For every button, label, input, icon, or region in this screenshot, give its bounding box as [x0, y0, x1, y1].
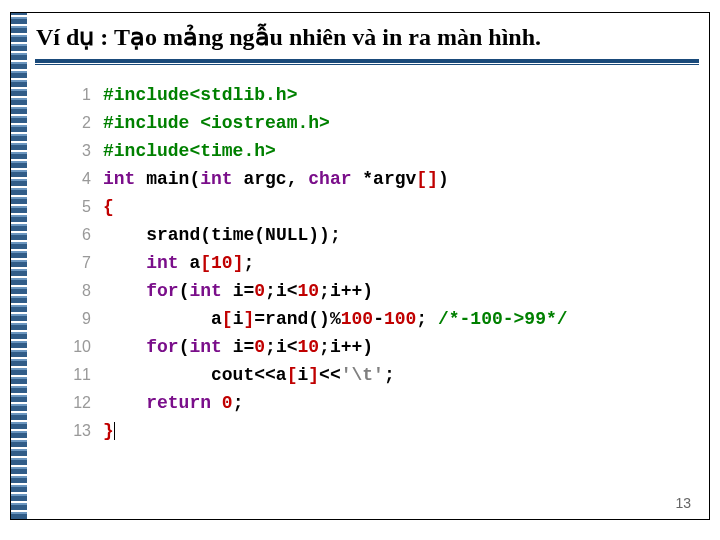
- code-line: 8 for(int i=0;i<10;i++): [51, 277, 689, 305]
- code-line: 11 cout<<a[i]<<'\t';: [51, 361, 689, 389]
- slide-border: Ví dụ : Tạo mảng ngẫu nhiên và in ra màn…: [10, 12, 710, 520]
- line-number: 13: [51, 417, 103, 445]
- line-number: 8: [51, 277, 103, 305]
- code-line: 7 int a[10];: [51, 249, 689, 277]
- line-number: 10: [51, 333, 103, 361]
- line-number: 4: [51, 165, 103, 193]
- line-number: 11: [51, 361, 103, 389]
- line-number: 1: [51, 81, 103, 109]
- line-content: return 0;: [103, 389, 243, 417]
- text-cursor: [114, 422, 116, 440]
- page-number: 13: [675, 495, 691, 511]
- left-stripe-decoration: [11, 13, 27, 519]
- code-line: 5{: [51, 193, 689, 221]
- code-line: 10 for(int i=0;i<10;i++): [51, 333, 689, 361]
- code-line: 12 return 0;: [51, 389, 689, 417]
- line-number: 12: [51, 389, 103, 417]
- line-number: 9: [51, 305, 103, 333]
- line-number: 3: [51, 137, 103, 165]
- code-line: 9 a[i]=rand()%100-100; /*-100->99*/: [51, 305, 689, 333]
- code-line: 13}: [51, 417, 689, 445]
- slide-title: Ví dụ : Tạo mảng ngẫu nhiên và in ra màn…: [36, 23, 541, 51]
- code-line: 1#include<stdlib.h>: [51, 81, 689, 109]
- line-content: for(int i=0;i<10;i++): [103, 333, 373, 361]
- line-content: #include<stdlib.h>: [103, 81, 297, 109]
- line-content: srand(time(NULL));: [103, 221, 341, 249]
- line-number: 5: [51, 193, 103, 221]
- code-line: 2#include <iostream.h>: [51, 109, 689, 137]
- line-content: }: [103, 417, 116, 445]
- line-number: 6: [51, 221, 103, 249]
- line-content: #include <iostream.h>: [103, 109, 330, 137]
- code-line: 6 srand(time(NULL));: [51, 221, 689, 249]
- line-content: {: [103, 193, 114, 221]
- line-content: int main(int argc, char *argv[]): [103, 165, 449, 193]
- line-content: a[i]=rand()%100-100; /*-100->99*/: [103, 305, 568, 333]
- title-underline: [35, 59, 699, 65]
- line-number: 2: [51, 109, 103, 137]
- code-block: 1#include<stdlib.h>2#include <iostream.h…: [51, 81, 689, 479]
- line-content: int a[10];: [103, 249, 254, 277]
- line-number: 7: [51, 249, 103, 277]
- line-content: cout<<a[i]<<'\t';: [103, 361, 395, 389]
- code-line: 3#include<time.h>: [51, 137, 689, 165]
- line-content: for(int i=0;i<10;i++): [103, 277, 373, 305]
- line-content: #include<time.h>: [103, 137, 276, 165]
- code-line: 4int main(int argc, char *argv[]): [51, 165, 689, 193]
